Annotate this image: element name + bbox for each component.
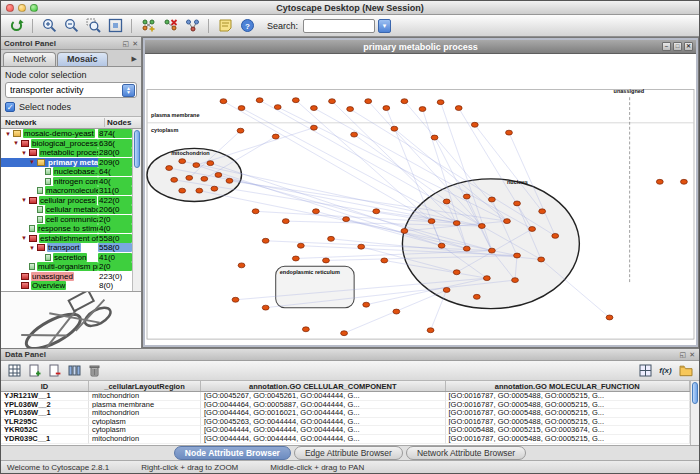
- tree-scrollbar-thumb[interactable]: [134, 130, 140, 168]
- desktop-area: primary metabolic process – □ ✕ plasma m…: [142, 37, 699, 348]
- zoom-fit-icon[interactable]: [105, 16, 125, 35]
- tree-item[interactable]: ▼transport558(0: [1, 243, 132, 253]
- tree-item[interactable]: response to stimul...4(0: [1, 224, 132, 234]
- column-header[interactable]: ID: [1, 381, 89, 391]
- network-settings-icon[interactable]: [182, 16, 202, 35]
- frame-close-icon[interactable]: ✕: [684, 42, 693, 51]
- table-row[interactable]: YJR121W__1mitochondrion[GO:0045267, GO:0…: [1, 392, 690, 401]
- new-network-icon[interactable]: [138, 16, 158, 35]
- frame-maximize-icon[interactable]: □: [673, 42, 682, 51]
- nodes-column-header[interactable]: Nodes: [105, 118, 141, 127]
- table-scrollbar-thumb[interactable]: [692, 382, 698, 404]
- tab-mosaic[interactable]: Mosaic: [57, 52, 108, 66]
- tree-item[interactable]: nitrogen compo...40(: [1, 177, 132, 187]
- table-row[interactable]: YPL036W__2plasma membrane[GO:0044464, GO…: [1, 401, 690, 410]
- network-canvas[interactable]: plasma membranecytoplasmmitochondrionnuc…: [145, 54, 696, 345]
- leaf-tree-icon: [37, 206, 43, 213]
- frame-minimize-icon[interactable]: –: [662, 42, 671, 51]
- close-panel-icon[interactable]: ✕: [689, 351, 695, 358]
- svg-text:?: ?: [245, 22, 250, 31]
- tree-column-headers: Network Nodes: [1, 117, 141, 129]
- attribute-browser-tabs: Node Attribute BrowserEdge Attribute Bro…: [1, 445, 699, 460]
- table-row[interactable]: YLR295Ccytoplasm[GO:0045263, GO:0044444,…: [1, 418, 690, 427]
- tree-item[interactable]: unassigned223(0): [1, 272, 132, 282]
- tree-item[interactable]: cell communicat...2(0: [1, 215, 132, 225]
- tree-item[interactable]: nucleobase...64(: [1, 167, 132, 177]
- red-tree-icon: [21, 273, 29, 280]
- minimize-window-button[interactable]: [18, 4, 26, 12]
- column-header[interactable]: annotation.GO CELLULAR_COMPONENT: [201, 381, 446, 391]
- control-panel-title: Control Panel: [4, 39, 120, 48]
- network-column-header[interactable]: Network: [1, 118, 105, 127]
- node-color-section: Node color selection transporter activit…: [1, 67, 141, 117]
- network-view-frame: primary metabolic process – □ ✕ plasma m…: [143, 38, 698, 347]
- zoom-selected-icon[interactable]: [83, 16, 103, 35]
- color-attribute-value: transporter activity: [10, 85, 122, 95]
- matrix-icon[interactable]: [637, 363, 654, 379]
- network-frame-titlebar[interactable]: primary metabolic process – □ ✕: [145, 40, 696, 54]
- function-builder-icon[interactable]: f(x): [657, 363, 674, 379]
- close-panel-icon[interactable]: ✕: [132, 40, 138, 47]
- network-overview[interactable]: [1, 292, 141, 348]
- folder-tree-icon: [37, 159, 45, 166]
- annotation-icon[interactable]: [215, 16, 235, 35]
- tree-item[interactable]: Overview8(0): [1, 281, 132, 291]
- zoom-out-icon[interactable]: [61, 16, 81, 35]
- tab-node-attribute-browser[interactable]: Node Attribute Browser: [174, 446, 291, 460]
- tree-scrollbar[interactable]: [132, 129, 141, 291]
- attribute-table-header: ID_cellularLayoutRegionannotation.GO CEL…: [1, 381, 690, 392]
- float-panel-icon[interactable]: ◱: [680, 351, 687, 358]
- help-icon[interactable]: ?: [237, 16, 257, 35]
- data-panel-header: Data Panel ◱ ✕: [1, 349, 699, 361]
- trash-icon[interactable]: [86, 363, 103, 379]
- svg-text:nucleus: nucleus: [507, 179, 528, 185]
- red-tree-icon: [21, 140, 29, 147]
- float-panel-icon[interactable]: ◱: [123, 40, 130, 47]
- create-attribute-icon[interactable]: [26, 363, 43, 379]
- tab-network-attribute-browser[interactable]: Network Attribute Browser: [406, 446, 526, 460]
- select-nodes-checkbox[interactable]: ✓: [5, 102, 15, 112]
- tab-network[interactable]: Network: [3, 52, 56, 66]
- red-tree-icon: [21, 282, 29, 289]
- tree-item[interactable]: ▼biological_process636(: [1, 139, 132, 149]
- import-attributes-icon[interactable]: [677, 363, 694, 379]
- table-scrollbar[interactable]: [690, 381, 699, 445]
- red-tree-icon: [29, 149, 37, 156]
- zoom-in-icon[interactable]: [39, 16, 59, 35]
- tree-item[interactable]: ▼primary metabo...209(0: [1, 158, 132, 168]
- red-tree-icon: [29, 197, 37, 204]
- main-toolbar: ? Search: ▼: [1, 15, 699, 37]
- close-window-button[interactable]: [6, 4, 14, 12]
- data-panel-toolbar: f(x): [1, 361, 699, 381]
- tree-item[interactable]: ▼metabolic process280(0: [1, 148, 132, 158]
- table-row[interactable]: YPL036W__1mitochondrion[GO:0044464, GO:0…: [1, 409, 690, 418]
- refresh-icon[interactable]: [6, 16, 26, 35]
- select-nodes-label: Select nodes: [19, 102, 71, 112]
- zoom-window-button[interactable]: [30, 4, 38, 12]
- table-row[interactable]: YDR039C__1mitochondrion[GO:0044444, GO:0…: [1, 435, 690, 444]
- destroy-network-icon[interactable]: [160, 16, 180, 35]
- column-header[interactable]: _cellularLayoutRegion: [89, 381, 201, 391]
- tab-scroll-right-icon[interactable]: ▶: [132, 55, 141, 66]
- search-input[interactable]: [303, 19, 375, 33]
- tab-edge-attribute-browser[interactable]: Edge Attribute Browser: [294, 446, 403, 460]
- tree-item[interactable]: ▼cellular process422(0: [1, 196, 132, 206]
- tree-item[interactable]: cellular metabo...206(0: [1, 205, 132, 215]
- data-panel: Data Panel ◱ ✕ f(x): [1, 348, 699, 445]
- attribute-columns-icon[interactable]: [66, 363, 83, 379]
- search-combo-arrow-icon[interactable]: ▼: [378, 19, 391, 33]
- column-header[interactable]: annotation.GO MOLECULAR_FUNCTION: [446, 381, 691, 391]
- delete-attribute-icon[interactable]: [46, 363, 63, 379]
- svg-text:unassigned: unassigned: [614, 88, 645, 94]
- control-panel-tabs: Network Mosaic ▶: [1, 50, 141, 67]
- node-color-label: Node color selection: [5, 70, 137, 80]
- tree-item[interactable]: ▼mosaic-demo-yeast874(: [1, 129, 132, 139]
- tree-item[interactable]: secretion41(0: [1, 253, 132, 263]
- tree-item[interactable]: ▼establishment of lo...558(0: [1, 234, 132, 244]
- select-attributes-icon[interactable]: [6, 363, 23, 379]
- color-attribute-select[interactable]: transporter activity ▲▼: [5, 82, 137, 98]
- tree-item[interactable]: macromolecule...311(0: [1, 186, 132, 196]
- network-view-title: primary metabolic process: [363, 42, 478, 52]
- table-row[interactable]: YKR052Ccytoplasm[GO:0044444, GO:0044444,…: [1, 426, 690, 435]
- tree-item[interactable]: multi-organism pro...2(0: [1, 262, 132, 272]
